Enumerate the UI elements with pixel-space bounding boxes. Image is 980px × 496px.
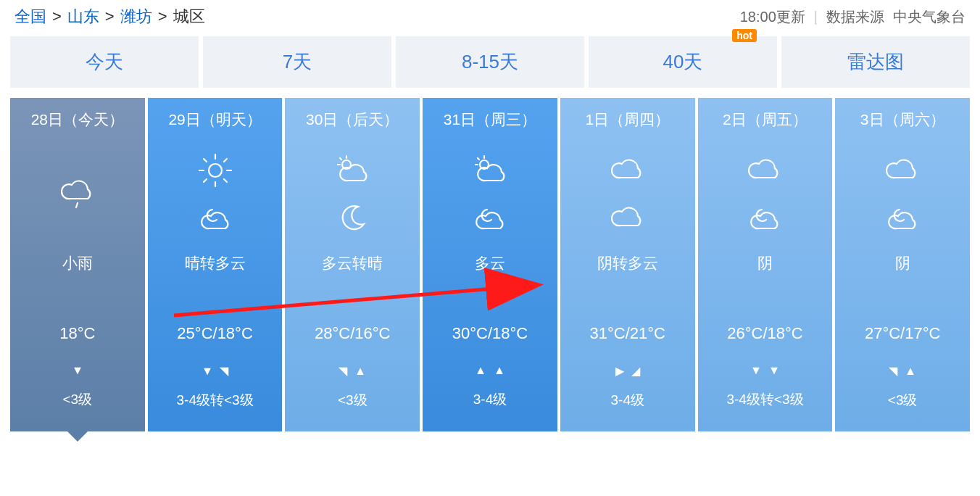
wind-direction: ▼▼ bbox=[749, 363, 781, 379]
wind-direction: ◥▲ bbox=[888, 363, 917, 379]
day-card-2[interactable]: 30日（后天）多云转晴28°C/16°C◥▲<3级 bbox=[285, 98, 420, 431]
svg-line-9 bbox=[224, 159, 227, 162]
weather-icons bbox=[333, 141, 371, 250]
rain-icon bbox=[59, 175, 96, 216]
sun-icon bbox=[196, 152, 234, 192]
breadcrumb: 全国 > 山东 > 潍坊 > 城区 bbox=[14, 6, 205, 28]
day-card-6[interactable]: 3日（周六）阴27°C/17°C◥▲<3级 bbox=[835, 98, 970, 431]
date-label: 2日（周五） bbox=[723, 109, 807, 130]
wind-arrow-icon: ◥ bbox=[889, 364, 898, 379]
day-card-0[interactable]: 28日（今天）小雨18°C▼<3级 bbox=[10, 98, 145, 431]
wind-level: 3-4级 bbox=[473, 390, 507, 409]
day-card-3[interactable]: 31日（周三）多云30°C/18°C▲▲3-4级 bbox=[423, 98, 557, 431]
wind-arrow-icon: ▲ bbox=[494, 364, 505, 378]
temperature: 28°C/16°C bbox=[315, 324, 390, 343]
wind-arrow-icon: ▼ bbox=[768, 364, 780, 378]
temperature: 25°C/18°C bbox=[177, 324, 252, 343]
wind-arrow-icon: ▲ bbox=[905, 364, 916, 379]
svg-line-7 bbox=[224, 179, 227, 182]
wind-direction: ▼◥ bbox=[201, 363, 230, 379]
condition-text: 阴 bbox=[895, 253, 910, 273]
wind-arrow-icon: ▲ bbox=[354, 364, 366, 379]
wind-level: <3级 bbox=[888, 391, 918, 410]
tab-2[interactable]: 8-15天 bbox=[396, 36, 584, 88]
condition-text: 晴转多云 bbox=[185, 253, 246, 273]
date-label: 28日（今天） bbox=[31, 109, 124, 130]
tab-3[interactable]: 40天 bbox=[589, 36, 777, 88]
weather-icons bbox=[471, 141, 509, 250]
temperature: 18°C bbox=[59, 324, 95, 343]
svg-line-0 bbox=[76, 203, 78, 207]
day-card-5[interactable]: 2日（周五）阴26°C/18°C▼▼3-4级转<3级 bbox=[698, 98, 833, 431]
condition-text: 多云转晴 bbox=[322, 253, 383, 273]
wind-arrow-icon: ▼ bbox=[72, 364, 83, 378]
night-cloud-icon bbox=[884, 199, 921, 240]
temperature: 30°C/18°C bbox=[452, 324, 528, 343]
night-cloud-icon bbox=[471, 199, 509, 240]
wind-level: 3-4级转<3级 bbox=[177, 391, 254, 410]
cloud-icon bbox=[746, 152, 784, 192]
day-cloud-icon bbox=[333, 152, 371, 192]
wind-direction: ▼ bbox=[71, 363, 84, 379]
cloud-icon bbox=[884, 152, 921, 192]
cloud-icon bbox=[609, 152, 647, 192]
svg-line-8 bbox=[204, 179, 207, 182]
crumb-nation[interactable]: 全国 bbox=[14, 6, 46, 28]
tab-4[interactable]: 雷达图 bbox=[781, 36, 970, 88]
tabs: 今天7天8-15天40天雷达图 bbox=[0, 36, 980, 88]
wind-direction: ▲▲ bbox=[474, 363, 506, 379]
weather-icons bbox=[609, 141, 647, 250]
source-label: 数据来源 bbox=[826, 7, 884, 27]
source-name: 中央气象台 bbox=[893, 7, 966, 27]
weather-icons bbox=[884, 141, 921, 250]
crumb-city[interactable]: 潍坊 bbox=[120, 6, 152, 28]
update-time: 18:00更新 bbox=[740, 7, 805, 27]
temperature: 31°C/21°C bbox=[590, 324, 665, 343]
date-label: 31日（周三） bbox=[444, 109, 536, 130]
cloud-icon bbox=[609, 199, 647, 240]
temperature: 26°C/18°C bbox=[727, 324, 802, 343]
weather-icons bbox=[59, 141, 96, 250]
condition-text: 阴 bbox=[757, 253, 773, 273]
weather-icons bbox=[196, 141, 234, 250]
moon-icon bbox=[333, 199, 371, 240]
crumb-province[interactable]: 山东 bbox=[67, 6, 99, 28]
temperature: 27°C/17°C bbox=[865, 324, 940, 343]
condition-text: 小雨 bbox=[62, 253, 93, 273]
weather-icons bbox=[746, 141, 784, 250]
wind-arrow-icon: ◥ bbox=[339, 364, 348, 379]
meta-info: 18:00更新 | 数据来源 中央气象台 bbox=[740, 7, 966, 27]
wind-arrow-icon: ▶ bbox=[615, 364, 624, 379]
day-card-4[interactable]: 1日（周四）阴转多云31°C/21°C▶◢3-4级 bbox=[560, 98, 695, 431]
tab-1[interactable]: 7天 bbox=[203, 36, 391, 88]
crumb-district: 城区 bbox=[173, 6, 205, 28]
wind-arrow-icon: ◢ bbox=[631, 364, 640, 379]
night-cloud-icon bbox=[746, 199, 784, 240]
forecast-cards: 28日（今天）小雨18°C▼<3级29日（明天）晴转多云25°C/18°C▼◥3… bbox=[0, 88, 980, 442]
wind-arrow-icon: ◥ bbox=[220, 364, 229, 379]
svg-line-13 bbox=[340, 158, 341, 160]
wind-level: <3级 bbox=[63, 390, 93, 409]
svg-point-1 bbox=[209, 164, 222, 177]
wind-level: <3级 bbox=[338, 391, 368, 410]
date-label: 3日（周六） bbox=[860, 109, 945, 130]
day-card-1[interactable]: 29日（明天）晴转多云25°C/18°C▼◥3-4级转<3级 bbox=[148, 98, 283, 431]
svg-line-17 bbox=[478, 158, 479, 160]
wind-level: 3-4级转<3级 bbox=[726, 390, 803, 409]
date-label: 1日（周四） bbox=[585, 109, 670, 130]
wind-direction: ◥▲ bbox=[338, 363, 367, 379]
wind-arrow-icon: ▼ bbox=[750, 364, 762, 378]
date-label: 30日（后天） bbox=[306, 109, 399, 130]
wind-level: 3-4级 bbox=[611, 391, 644, 410]
tab-0[interactable]: 今天 bbox=[10, 36, 199, 88]
header-row: 全国 > 山东 > 潍坊 > 城区 18:00更新 | 数据来源 中央气象台 bbox=[0, 0, 980, 36]
wind-arrow-icon: ▼ bbox=[202, 364, 213, 379]
night-cloud-icon bbox=[196, 199, 234, 240]
condition-text: 多云 bbox=[475, 253, 505, 273]
condition-text: 阴转多云 bbox=[597, 253, 658, 273]
svg-line-6 bbox=[204, 159, 207, 162]
day-cloud-icon bbox=[471, 152, 509, 192]
wind-arrow-icon: ▲ bbox=[475, 364, 486, 378]
wind-direction: ▶◢ bbox=[615, 363, 641, 379]
date-label: 29日（明天） bbox=[168, 109, 261, 130]
